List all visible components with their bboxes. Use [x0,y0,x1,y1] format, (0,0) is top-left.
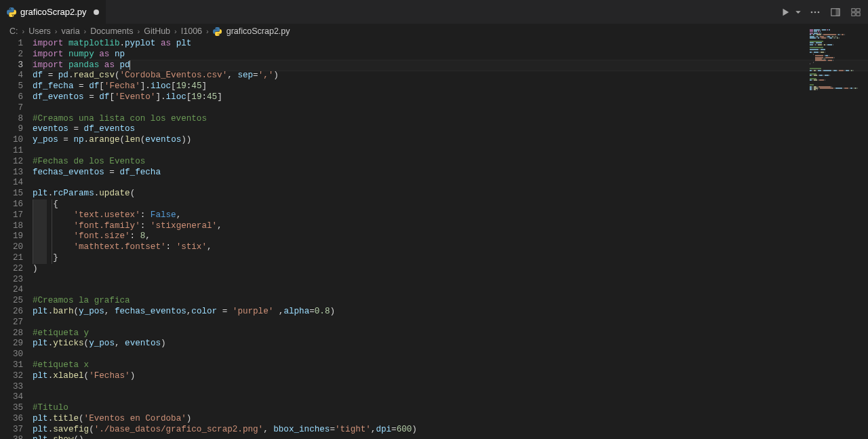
svg-point-1 [814,11,816,13]
code-line[interactable] [33,382,868,393]
breadcrumb-segment[interactable]: GitHub [144,26,170,36]
breadcrumb-segment[interactable]: I1006 [181,26,202,36]
code-line[interactable]: eventos = df_eventos [33,124,868,135]
breadcrumb-segment[interactable]: C: [9,26,18,36]
line-number: 29 [0,339,23,349]
code-line[interactable]: 'text.usetex': False, [33,210,868,221]
code-line[interactable]: #Fechas de los Eventos [33,157,868,168]
code-line[interactable]: 'font.size': 8, [33,231,868,242]
line-number: 26 [0,307,23,318]
code-line[interactable]: import pandas as pd [33,60,868,71]
code-line[interactable]: { [33,199,868,210]
code-line[interactable]: } [33,253,868,264]
line-number: 17 [0,210,23,221]
breadcrumb-segment[interactable]: varia [62,26,80,36]
breadcrumb: C:› Users› varia› Documents› GitHub› I10… [0,24,868,39]
code-line[interactable]: plt.title('Eventos en Cordoba') [33,414,868,425]
code-line[interactable]: plt.rcParams.update( [33,189,868,199]
chevron-right-icon: › [21,27,26,35]
code-line[interactable] [33,318,868,328]
run-icon[interactable] [778,5,792,19]
code-line[interactable]: fechas_eventos = df_fecha [33,168,868,178]
code-area[interactable]: import matplotlib.pyplot as pltimport nu… [33,39,868,439]
code-line[interactable]: 'mathtext.fontset': 'stix', [33,242,868,253]
tab-title: graficoScrap2.py [20,7,87,17]
line-number: 21 [0,253,23,264]
code-line[interactable] [33,103,868,114]
line-number: 22 [0,264,23,275]
line-number: 1 [0,39,23,50]
line-number: 24 [0,285,23,296]
code-line[interactable] [33,392,868,403]
tab-bar: graficoScrap2.py [0,0,868,24]
code-line[interactable]: df = pd.read_csv('Cordoba_Eventos.csv', … [33,71,868,81]
code-line[interactable]: ) [33,264,868,275]
code-line[interactable]: #Creamos la grafica [33,296,868,307]
code-line[interactable]: #Titulo [33,403,868,414]
svg-rect-7 [852,12,855,15]
split-right-icon[interactable] [829,5,842,19]
chevron-down-icon[interactable] [795,5,802,19]
code-line[interactable] [33,275,868,286]
breadcrumb-segment[interactable]: Users [28,26,51,36]
line-number: 2 [0,50,23,60]
breadcrumb-segment[interactable]: Documents [90,26,133,36]
python-icon [213,26,222,36]
line-number: 18 [0,221,23,232]
code-line[interactable]: plt.barh(y_pos, fechas_eventos,color = '… [33,307,868,318]
chevron-right-icon: › [173,27,178,35]
code-line[interactable] [33,285,868,296]
line-number: 16 [0,199,23,210]
line-number: 36 [0,414,23,425]
line-number: 34 [0,392,23,403]
code-line[interactable]: df_eventos = df['Evento'].iloc[19:45] [33,92,868,103]
line-number: 31 [0,360,23,371]
code-line[interactable] [33,178,868,189]
svg-point-2 [818,11,820,13]
tab-active[interactable]: graficoScrap2.py [0,0,106,24]
line-number: 37 [0,425,23,436]
more-icon[interactable] [808,5,822,19]
code-line[interactable]: df_fecha = df['Fecha'].iloc[19:45] [33,81,868,92]
svg-rect-4 [835,8,840,16]
line-number: 19 [0,231,23,242]
line-number: 30 [0,349,23,360]
line-number: 23 [0,275,23,286]
code-line[interactable]: import matplotlib.pyplot as plt [33,39,868,50]
overflow-icon[interactable] [849,5,863,19]
line-number: 32 [0,371,23,382]
code-line[interactable]: plt.xlabel('Fechas') [33,371,868,382]
code-line[interactable]: #etiqueta y [33,328,868,339]
code-line[interactable] [33,146,868,157]
line-number: 27 [0,318,23,328]
python-icon [7,7,16,17]
svg-rect-6 [856,8,860,11]
code-line[interactable]: plt.savefig('./base_datos/grafico_scrap2… [33,425,868,436]
line-number: 25 [0,296,23,307]
line-number: 10 [0,135,23,146]
text-cursor [130,60,130,70]
line-number: 9 [0,124,23,135]
code-line[interactable]: y_pos = np.arange(len(eventos)) [33,135,868,146]
code-editor[interactable]: 1234567891011121314151617181920212223242… [0,39,868,439]
line-number: 35 [0,403,23,414]
code-line[interactable]: 'font.family': 'stixgeneral', [33,221,868,232]
code-line[interactable]: plt.show() [33,435,868,439]
svg-rect-5 [852,8,855,11]
code-line[interactable]: #etiqueta x [33,360,868,371]
svg-point-0 [811,11,813,13]
line-number: 14 [0,178,23,189]
code-line[interactable] [33,349,868,360]
code-line[interactable]: import numpy as np [33,50,868,60]
svg-rect-8 [856,12,860,15]
line-number: 38 [0,435,23,439]
line-number: 4 [0,71,23,81]
line-number: 5 [0,81,23,92]
code-line[interactable]: #Creamos una lista con los eventos [33,114,868,125]
line-number: 12 [0,157,23,168]
breadcrumb-file[interactable]: graficoScrap2.py [226,26,290,36]
code-line[interactable]: plt.yticks(y_pos, eventos) [33,339,868,349]
line-number: 13 [0,168,23,178]
dirty-indicator-icon [94,9,99,15]
editor-actions [778,5,868,19]
